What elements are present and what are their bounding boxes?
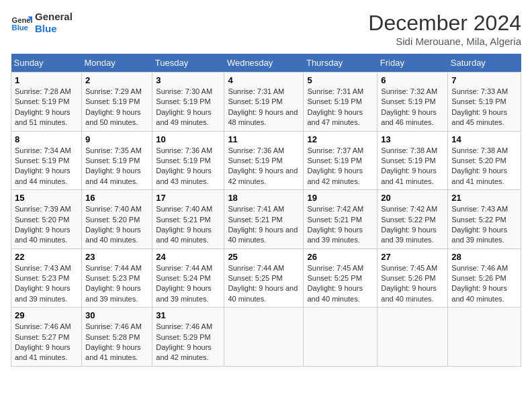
day-cell: 16 Sunrise: 7:40 AM Sunset: 5:20 PM Dayl… <box>82 190 152 249</box>
sunrise-time: 7:35 AM <box>114 146 141 154</box>
day-number: 31 <box>156 310 220 320</box>
daylight-label: Daylight: <box>156 284 185 292</box>
day-cell: 28 Sunrise: 7:46 AM Sunset: 5:26 PM Dayl… <box>448 248 521 308</box>
day-cell <box>448 308 521 367</box>
week-row-4: 22 Sunrise: 7:43 AM Sunset: 5:23 PM Dayl… <box>11 248 521 308</box>
dow-header-wednesday: Wednesday <box>224 54 304 73</box>
day-info: Sunrise: 7:46 AM Sunset: 5:28 PM Dayligh… <box>85 322 148 363</box>
sunset-label: Sunset: <box>85 97 110 105</box>
sunrise-time: 7:37 AM <box>337 146 363 154</box>
sunset-time: 5:21 PM <box>255 216 283 224</box>
day-info: Sunrise: 7:37 AM Sunset: 5:19 PM Dayligh… <box>307 146 373 187</box>
daylight-label: Daylight: <box>15 108 44 116</box>
sunset-time: 5:19 PM <box>183 97 211 105</box>
day-number: 16 <box>85 193 148 203</box>
sunset-time: 5:20 PM <box>479 156 506 165</box>
location: Sidi Merouane, Mila, Algeria <box>368 36 521 47</box>
sunrise-label: Sunrise: <box>156 87 183 95</box>
sunset-time: 5:25 PM <box>335 274 362 282</box>
sunset-label: Sunset: <box>85 274 110 282</box>
day-cell <box>378 308 448 367</box>
daylight-label: Daylight: <box>85 343 114 351</box>
sunrise-time: 7:45 AM <box>410 264 437 272</box>
sunset-label: Sunset: <box>381 97 406 105</box>
sunrise-label: Sunrise: <box>15 322 42 330</box>
sunset-label: Sunset: <box>85 333 110 341</box>
dow-header-saturday: Saturday <box>448 54 521 73</box>
day-cell: 19 Sunrise: 7:42 AM Sunset: 5:21 PM Dayl… <box>304 190 378 249</box>
calendar-table: SundayMondayTuesdayWednesdayThursdayFrid… <box>11 54 521 367</box>
sunrise-time: 7:40 AM <box>114 205 141 213</box>
daylight-label: Daylight: <box>85 167 114 175</box>
day-info: Sunrise: 7:31 AM Sunset: 5:19 PM Dayligh… <box>307 87 373 128</box>
day-number: 6 <box>381 75 444 85</box>
day-info: Sunrise: 7:38 AM Sunset: 5:19 PM Dayligh… <box>381 146 444 187</box>
days-of-week-row: SundayMondayTuesdayWednesdayThursdayFrid… <box>11 54 521 73</box>
logo-general: General <box>35 11 73 23</box>
day-cell: 14 Sunrise: 7:38 AM Sunset: 5:20 PM Dayl… <box>448 131 521 190</box>
sunset-time: 5:27 PM <box>42 333 69 341</box>
daylight-label: Daylight: <box>156 108 185 116</box>
day-number: 12 <box>307 134 373 144</box>
sunrise-label: Sunrise: <box>381 87 408 95</box>
day-number: 5 <box>307 75 373 85</box>
sunrise-label: Sunrise: <box>381 146 408 154</box>
day-cell: 21 Sunrise: 7:43 AM Sunset: 5:22 PM Dayl… <box>448 190 521 249</box>
sunset-time: 5:26 PM <box>479 274 506 282</box>
sunrise-label: Sunrise: <box>381 205 408 213</box>
day-cell: 4 Sunrise: 7:31 AM Sunset: 5:19 PM Dayli… <box>224 73 304 132</box>
day-number: 22 <box>15 252 78 262</box>
sunset-label: Sunset: <box>156 274 181 282</box>
day-cell: 29 Sunrise: 7:46 AM Sunset: 5:27 PM Dayl… <box>11 308 82 367</box>
day-cell: 9 Sunrise: 7:35 AM Sunset: 5:19 PM Dayli… <box>82 131 152 190</box>
page-header: General Blue General Blue December 2024 … <box>11 11 521 47</box>
daylight-label: Daylight: <box>15 343 44 351</box>
daylight-label: Daylight: <box>451 284 480 292</box>
day-number: 17 <box>156 193 220 203</box>
sunrise-label: Sunrise: <box>307 264 334 272</box>
day-cell: 3 Sunrise: 7:30 AM Sunset: 5:19 PM Dayli… <box>152 73 224 132</box>
sunset-time: 5:22 PM <box>479 216 506 224</box>
sunrise-label: Sunrise: <box>381 264 408 272</box>
sunset-time: 5:19 PM <box>408 156 436 165</box>
sunrise-time: 7:41 AM <box>257 205 284 213</box>
sunrise-label: Sunrise: <box>156 205 183 213</box>
sunset-label: Sunset: <box>15 274 40 282</box>
daylight-label: Daylight: <box>85 284 114 292</box>
sunrise-time: 7:39 AM <box>44 205 71 213</box>
daylight-label: Daylight: <box>156 343 185 351</box>
sunset-time: 5:19 PM <box>42 97 69 105</box>
day-number: 13 <box>381 134 444 144</box>
day-info: Sunrise: 7:45 AM Sunset: 5:26 PM Dayligh… <box>381 263 444 305</box>
sunrise-time: 7:31 AM <box>257 87 284 95</box>
day-cell: 27 Sunrise: 7:45 AM Sunset: 5:26 PM Dayl… <box>378 248 448 308</box>
day-cell: 7 Sunrise: 7:33 AM Sunset: 5:19 PM Dayli… <box>448 73 521 132</box>
sunset-label: Sunset: <box>307 216 332 224</box>
day-cell: 18 Sunrise: 7:41 AM Sunset: 5:21 PM Dayl… <box>224 190 304 249</box>
sunset-time: 5:19 PM <box>255 156 283 165</box>
day-info: Sunrise: 7:29 AM Sunset: 5:19 PM Dayligh… <box>85 87 148 128</box>
week-row-1: 1 Sunrise: 7:28 AM Sunset: 5:19 PM Dayli… <box>11 73 521 132</box>
sunrise-time: 7:43 AM <box>481 205 508 213</box>
sunset-time: 5:19 PM <box>479 97 506 105</box>
sunrise-label: Sunrise: <box>156 264 183 272</box>
sunrise-time: 7:42 AM <box>337 205 363 213</box>
day-info: Sunrise: 7:36 AM Sunset: 5:19 PM Dayligh… <box>228 146 300 187</box>
sunset-time: 5:19 PM <box>335 156 362 165</box>
sunrise-time: 7:31 AM <box>337 87 363 95</box>
day-number: 2 <box>85 75 148 85</box>
daylight-label: Daylight: <box>85 108 114 116</box>
sunset-time: 5:24 PM <box>183 274 211 282</box>
sunrise-label: Sunrise: <box>15 87 42 95</box>
sunset-label: Sunset: <box>381 156 406 165</box>
sunset-label: Sunset: <box>228 216 253 224</box>
sunrise-label: Sunrise: <box>451 264 478 272</box>
sunset-time: 5:20 PM <box>112 216 140 224</box>
day-info: Sunrise: 7:42 AM Sunset: 5:22 PM Dayligh… <box>381 204 444 246</box>
daylight-label: Daylight: <box>228 108 257 116</box>
day-cell: 23 Sunrise: 7:44 AM Sunset: 5:23 PM Dayl… <box>82 248 152 308</box>
sunrise-time: 7:38 AM <box>481 146 508 154</box>
day-cell: 31 Sunrise: 7:46 AM Sunset: 5:29 PM Dayl… <box>152 308 224 367</box>
day-cell: 12 Sunrise: 7:37 AM Sunset: 5:19 PM Dayl… <box>304 131 378 190</box>
sunset-label: Sunset: <box>156 333 181 341</box>
